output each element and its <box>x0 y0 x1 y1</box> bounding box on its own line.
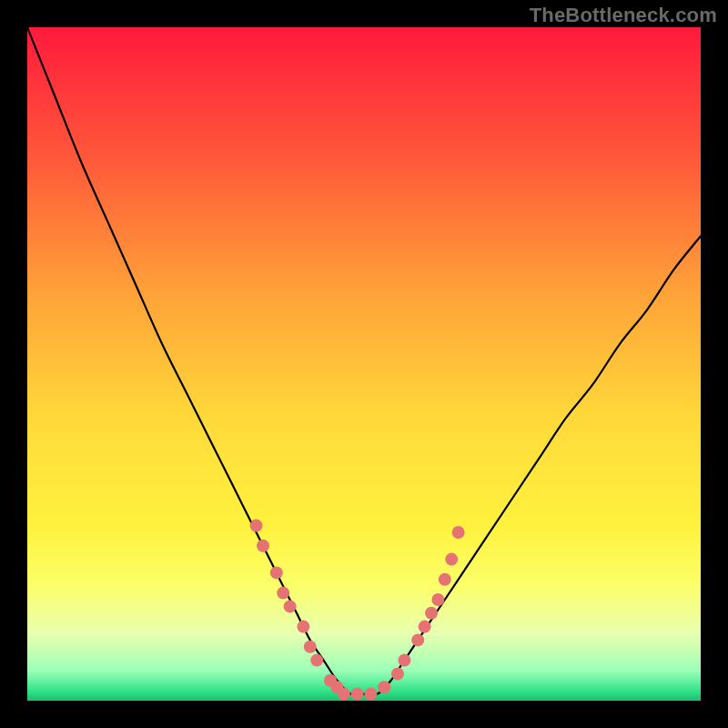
highlight-dot <box>304 641 317 653</box>
bottleneck-chart <box>27 27 701 701</box>
highlight-dot <box>378 681 390 693</box>
highlight-dot <box>439 573 451 586</box>
chart-background <box>27 27 701 701</box>
watermark-text: TheBottleneck.com <box>530 4 717 27</box>
highlight-dot <box>425 607 438 620</box>
highlight-dot <box>297 621 309 633</box>
highlight-dot <box>257 540 269 552</box>
highlight-dot <box>419 621 431 633</box>
highlight-dot <box>310 654 323 667</box>
highlight-dot <box>398 654 410 667</box>
highlight-dot <box>277 587 289 600</box>
highlight-dot <box>351 688 364 701</box>
highlight-dot <box>250 520 263 532</box>
chart-frame: TheBottleneck.com <box>0 0 728 728</box>
highlight-dot <box>338 688 350 701</box>
highlight-dot <box>431 593 444 606</box>
highlight-dot <box>270 566 283 579</box>
highlight-dot <box>284 600 297 612</box>
highlight-dot <box>411 633 424 646</box>
highlight-dot <box>445 553 458 566</box>
highlight-dot <box>364 688 377 701</box>
highlight-dot <box>391 667 404 680</box>
highlight-dot <box>452 526 465 539</box>
